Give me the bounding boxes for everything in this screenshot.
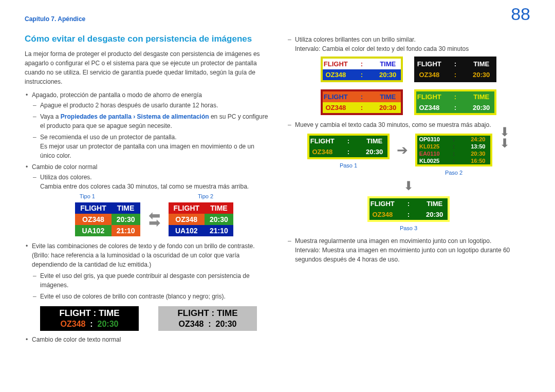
intro-paragraph: La mejor forma de proteger el producto d…	[25, 49, 268, 86]
panel-white-blue: FLIGHT:TIME OZ348:20:30	[321, 57, 403, 82]
swap-arrow-icon: ⬅➡	[149, 212, 160, 227]
link-display-properties[interactable]: Propiedades de pantalla	[61, 113, 132, 120]
tipo1-label: Tipo 1	[80, 193, 95, 199]
bullet-text-color-change: Cambio de color de texto normal	[25, 335, 268, 344]
panel-step3: FLIGHT:TIME OZ348:20:30	[367, 196, 450, 222]
tipo2-table: FLIGHTTIME OZ34820:30 UA10221:10	[169, 202, 233, 236]
panel-orange-yellow: FLIGHT:TIME OZ348:20:30	[321, 89, 403, 115]
bullet-color-change: Cambio de color normal Utiliza dos color…	[25, 162, 268, 191]
dash-screensaver: Se recomienda el uso de un protector de …	[32, 133, 268, 160]
chapter-label: Capítulo 7. Apéndice	[25, 15, 85, 23]
panel-green: FLIGHT:TIME OZ348:20:30	[414, 89, 496, 115]
dash-logo-movie: Muestra regularmente una imagen en movim…	[287, 236, 530, 264]
dash-display-props: Vaya a Propiedades de pantalla › Sistema…	[32, 112, 268, 130]
left-column: Cómo evitar el desgaste con persistencia…	[25, 34, 268, 346]
right-column: Utiliza colores brillantes con un brillo…	[287, 34, 530, 346]
dash-turnoff: Apague el producto 2 horas después de us…	[32, 101, 268, 110]
panel-step1: FLIGHT:TIME OZ348:20:30	[307, 134, 390, 159]
dash-two-colors: Utiliza dos colores. Cambia entre dos co…	[32, 173, 268, 191]
step1-label: Paso 1	[340, 162, 357, 169]
bullet-power: Apagado, protección de pantalla o modo d…	[25, 90, 268, 160]
dash-move-text: Mueve y cambia el texto cada 30 minutos,…	[287, 120, 530, 129]
example-gray-box: FLIGHT : TIME OZ348 : 20:30	[158, 306, 257, 331]
arrow-right-icon: ➔	[397, 142, 408, 158]
section-heading: Cómo evitar el desgaste con persistencia…	[25, 34, 268, 44]
arrows-down-stack-icon: ⬇⬇	[499, 126, 510, 148]
panel-step2: OP0310:24:20 KL0125:13:50 EA0110:20:30 K…	[415, 134, 492, 166]
page-number: 88	[511, 4, 530, 24]
step2-label: Paso 2	[445, 170, 462, 176]
step3-label: Paso 3	[400, 225, 417, 231]
example-black-box: FLIGHT : TIME OZ348 : 20:30	[40, 306, 139, 331]
tipo1-table: FLIGHTTIME OZ34820:30 UA10221:10	[75, 202, 140, 236]
tipo2-label: Tipo 2	[198, 193, 213, 199]
arrow-down-icon: ⬇	[403, 179, 414, 193]
link-power-system[interactable]: Sistema de alimentación	[137, 113, 209, 120]
breadcrumb-caret-icon: ›	[133, 113, 135, 120]
bullet-avoid-contrast: Evite las combinaciones de colores de te…	[25, 241, 268, 269]
panel-black: FLIGHT:TIME OZ348:20:30	[414, 57, 496, 82]
dash-avoid-gray: Evite el uso del gris, ya que puede cont…	[32, 271, 268, 290]
dash-bright-colors: Utiliza colores brillantes con un brillo…	[287, 35, 530, 53]
dash-avoid-bw: Evite el uso de colores de brillo con co…	[32, 292, 268, 301]
